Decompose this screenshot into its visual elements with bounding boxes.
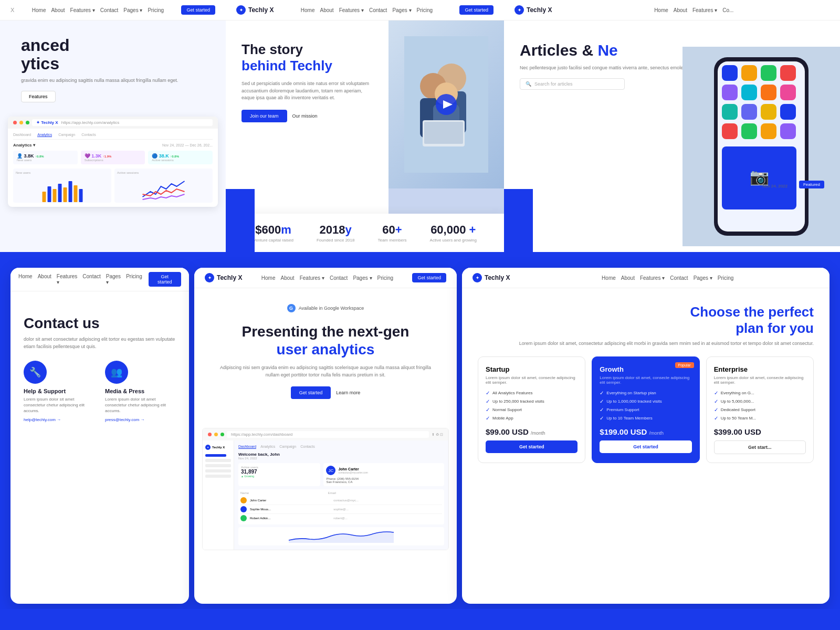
analytics-browser: ✦ Techly X https://app.techly.com/analyt… xyxy=(8,117,218,207)
featured-badge: Featured xyxy=(799,181,824,188)
card-pricing: ✦ Techly X Home About Features ▾ Contact… xyxy=(462,268,830,604)
svg-rect-31 xyxy=(741,104,757,120)
logo-icon-center: ✦ xyxy=(205,273,214,282)
dash-sidebar-item-5 xyxy=(205,475,231,478)
svg-rect-32 xyxy=(761,104,776,120)
dashboard-preview: https://app.techly.com/dashboard ⬆ ♻ ⊡ ✦… xyxy=(202,428,449,550)
contact-item-press: 👥 Media & Press Lorem ipsum dolor sit am… xyxy=(105,361,176,422)
growth-feature-4: ✓ Up to 10 Team Members xyxy=(600,415,691,421)
dash-mini-table: Name Email John Carter contactus@myc... … xyxy=(238,489,444,524)
articles-image: 📷 xyxy=(682,47,840,246)
user-email: contactus@mycarter.com xyxy=(338,471,368,474)
our-mission-btn[interactable]: Our mission xyxy=(292,110,318,122)
techly-logo-center: ✦ Techly X xyxy=(205,273,242,282)
browser-nav: Dashboard Analytics Campaign Contacts xyxy=(13,133,213,140)
bar-chart-svg xyxy=(16,176,109,202)
line-chart-svg xyxy=(117,176,210,202)
growth-get-btn[interactable]: Get started xyxy=(600,440,691,453)
dash-stat-active: Active users 31,897 ▲ Growing xyxy=(238,463,320,486)
article-date: Nov 24, 2022 xyxy=(762,184,788,188)
table-row-3: Robert Adkin... robert@... xyxy=(240,514,442,522)
stat-box-sessions: 🔵 38.K ↑0.8% Active sessions xyxy=(148,151,213,164)
nav-links-1: Home About Features ▾ Contact Pages ▾ Pr… xyxy=(20,7,175,13)
analytics-center-content: G Available in Google Workspace Presenti… xyxy=(194,288,457,423)
press-link[interactable]: press@techly.com → xyxy=(105,417,176,422)
startup-get-btn[interactable]: Get started xyxy=(486,440,578,453)
contact-item-support: 🔧 Help & Support Lorem ipsum dolor sit a… xyxy=(24,361,94,422)
browser-title-row: Analytics ▾ Nov 24, 2022 — Dec 26, 202..… xyxy=(13,143,213,148)
user-detail-row: Phone: (206) 555-0154 San Francisco, CA xyxy=(326,477,442,484)
svg-rect-28 xyxy=(761,85,776,100)
support-title: Help & Support xyxy=(24,388,94,394)
dot-green xyxy=(26,121,29,124)
search-icon: 🔍 xyxy=(526,81,531,87)
logo-icon-story: ✦ xyxy=(236,5,246,15)
svg-rect-22 xyxy=(722,65,738,81)
contact-items: 🔧 Help & Support Lorem ipsum dolor sit a… xyxy=(24,361,176,422)
nav-links-contact: Home About Features ▾ Contact Pages ▾ Pr… xyxy=(18,274,142,285)
price-card-enterprise: Enterprise Lorem ipsum dolor sit amet, c… xyxy=(706,356,814,463)
google-icon: G xyxy=(287,304,296,312)
center-get-started-btn[interactable]: Get started xyxy=(291,386,331,399)
dash-tabs-row: Dashboard Analytics Campaign Contacts xyxy=(238,445,444,449)
support-text: Lorem ipsum dolor sit amet consectetur c… xyxy=(24,396,94,414)
card-analytics: X Home About Features ▾ Contact Pages ▾ … xyxy=(0,0,226,252)
dash-dot-red xyxy=(208,433,212,436)
get-started-btn-center[interactable]: Get started xyxy=(412,273,446,282)
nav-links-articles: Home About Features ▾ Co... xyxy=(558,7,830,13)
dash-sidebar-item-3 xyxy=(205,464,231,467)
startup-feature-3: ✓ Normal Support xyxy=(486,407,578,413)
support-link[interactable]: help@techly.com → xyxy=(24,417,94,422)
nav-links-story: Home About Features ▾ Contact Pages ▾ Pr… xyxy=(280,7,453,13)
blue-bottom-bar xyxy=(0,609,840,630)
pricing-paragraph: Lorem ipsum dolor sit amet, consectetur … xyxy=(478,341,814,346)
dash-stat-row: Active users 31,897 ▲ Growing JC John Ca… xyxy=(238,463,444,486)
google-badge: G Available in Google Workspace xyxy=(213,304,438,312)
center-learn-more-btn[interactable]: Learn more xyxy=(336,386,360,399)
browser-bar: ✦ Techly X https://app.techly.com/analyt… xyxy=(8,117,218,129)
stat-founded: 2018y Founded since 2018 xyxy=(317,223,355,243)
startup-feature-4: ✓ Mobile App xyxy=(486,415,578,421)
dash-logo: ✦ Techly X xyxy=(205,445,231,450)
svg-rect-24 xyxy=(761,65,776,81)
stat-team: 60+ Team members xyxy=(377,223,406,243)
svg-rect-36 xyxy=(761,123,776,139)
svg-rect-33 xyxy=(780,104,796,120)
svg-rect-0 xyxy=(43,192,46,202)
logo-icon-articles: ✦ xyxy=(514,5,524,15)
dash-sidebar-item-1 xyxy=(205,454,226,457)
card-story: ✦ Techly X Home About Features ▾ Contact… xyxy=(226,0,504,252)
svg-rect-37 xyxy=(780,123,796,139)
svg-rect-26 xyxy=(722,85,738,100)
browser-content: Dashboard Analytics Campaign Contacts An… xyxy=(8,129,218,207)
svg-rect-2 xyxy=(53,189,57,202)
logo-icon-pricing: ✦ xyxy=(472,273,482,282)
dash-url-bar[interactable]: https://app.techly.com/dashboard xyxy=(227,431,429,438)
features-button[interactable]: Features xyxy=(21,91,56,102)
dash-sidebar: ✦ Techly X xyxy=(203,440,234,550)
svg-rect-35 xyxy=(741,123,757,139)
press-icon: 👥 xyxy=(105,361,128,384)
get-started-btn-contact[interactable]: Get started xyxy=(149,272,181,287)
contact-headline: Contact us xyxy=(24,315,176,332)
center-headline: Presenting the next-gen user analytics xyxy=(213,323,438,358)
dash-main-area: Dashboard Analytics Campaign Contacts We… xyxy=(234,440,448,550)
svg-rect-4 xyxy=(64,187,67,202)
join-team-btn[interactable]: Join our team xyxy=(242,110,287,122)
article-search[interactable]: 🔍 Search for articles xyxy=(520,78,625,90)
url-bar[interactable]: ✦ Techly X https://app.techly.com/analyt… xyxy=(32,119,213,126)
story-headline: The story behind Techly xyxy=(242,41,373,74)
techly-logo-story: ✦ Techly X xyxy=(236,5,274,15)
enterprise-get-btn[interactable]: Get start... xyxy=(714,440,806,454)
line-chart: Active sessions xyxy=(114,169,213,203)
startup-price: $99.00 USD /month xyxy=(486,427,578,436)
stat-box-users: 👤 3.8K ↑0.8% New users xyxy=(13,151,78,164)
enterprise-title: Enterprise xyxy=(714,365,806,373)
card-articles: ✦ Techly X Home About Features ▾ Co... A… xyxy=(504,0,840,252)
get-started-btn-1[interactable]: Get started xyxy=(181,5,215,15)
press-title: Media & Press xyxy=(105,388,176,394)
dash-sidebar-item-2 xyxy=(205,459,231,462)
dash-sidebar-item-4 xyxy=(205,469,231,472)
get-started-btn-story[interactable]: Get started xyxy=(459,5,494,15)
svg-rect-16 xyxy=(424,122,463,144)
